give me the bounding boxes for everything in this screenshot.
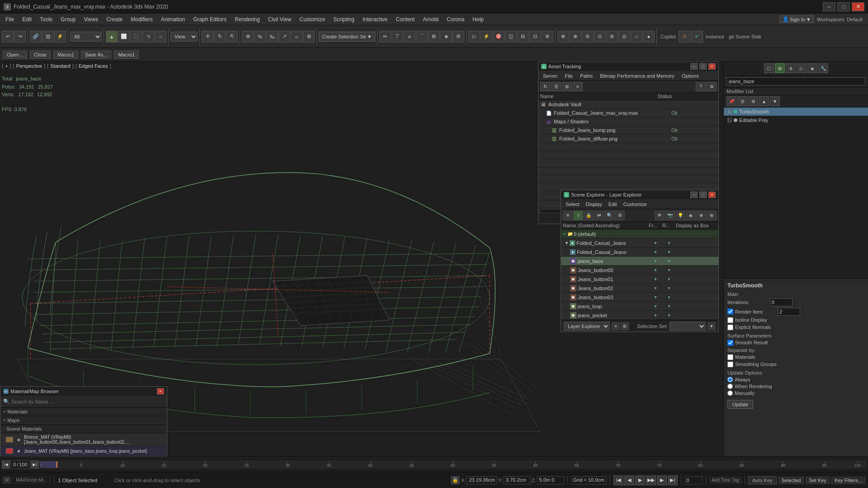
obj-tools-1[interactable]: ◫ bbox=[505, 31, 517, 42]
at-refresh[interactable]: ↻ bbox=[540, 82, 550, 91]
se-menu-edit[interactable]: Edit bbox=[606, 201, 620, 207]
menu-rendering[interactable]: Rendering bbox=[231, 14, 263, 24]
iterations-input[interactable] bbox=[770, 298, 793, 306]
asset-row-maxfile[interactable]: 📄 Folded_Casual_Jeans_max_vray.max Ok bbox=[538, 109, 718, 117]
status-lock-btn[interactable]: 🔒 bbox=[451, 476, 459, 484]
x-value[interactable]: 23.19.36cm bbox=[467, 476, 497, 484]
snap-3d[interactable]: ‰ bbox=[266, 31, 278, 42]
se-row-folded-parent[interactable]: ▼ ▲ Folded_Casual_Jeans ▼ ▼ bbox=[561, 239, 718, 248]
at-list[interactable]: ☰ bbox=[551, 82, 561, 91]
frame-input[interactable] bbox=[684, 476, 703, 484]
tool-b[interactable]: ⊗ bbox=[570, 31, 581, 42]
add-time-tag-btn[interactable]: Add Time Tag bbox=[709, 477, 741, 483]
create-tab[interactable]: ⬡ bbox=[764, 63, 774, 73]
obj-tools-3[interactable]: ⊡ bbox=[529, 31, 541, 42]
timeline-next-btn[interactable]: ▶| bbox=[31, 460, 39, 469]
lasso-select[interactable]: ∿ bbox=[142, 31, 154, 42]
rect-select[interactable]: ⬜ bbox=[118, 31, 130, 42]
quick-render[interactable]: ⚡ bbox=[481, 31, 492, 42]
se-row-button03[interactable]: ▣ Jeans_button03 ▼ ▼ bbox=[561, 293, 718, 302]
se-filter-btn[interactable]: ✕ bbox=[563, 211, 573, 221]
se-menu-select[interactable]: Select bbox=[563, 201, 582, 207]
at-info[interactable]: ? bbox=[696, 82, 706, 91]
configure-icon[interactable]: ⚙ bbox=[748, 96, 758, 106]
at-menu-server[interactable]: Server bbox=[540, 73, 560, 79]
folded-parent-expand[interactable]: ▼ bbox=[565, 241, 569, 245]
key-filters-button[interactable]: Key Filters... bbox=[831, 477, 865, 484]
go-to-start[interactable]: |◀ bbox=[613, 475, 623, 485]
percent-snap[interactable]: ⍾ bbox=[291, 31, 302, 42]
se-row-jeans-baze[interactable]: ▣ jeans_baze ▼ ▼ bbox=[561, 257, 718, 266]
menu-tools[interactable]: Tools bbox=[36, 14, 56, 24]
prev-frame[interactable]: ◀ bbox=[624, 475, 634, 485]
create-selection-button[interactable]: Create Selection Se ▼ bbox=[319, 32, 375, 42]
up-icon[interactable]: ▲ bbox=[759, 96, 769, 106]
always-radio[interactable] bbox=[727, 377, 733, 382]
menu-scripting[interactable]: Scripting bbox=[330, 14, 358, 24]
se-row-button02[interactable]: ▣ Jeans_button02 ▼ ▼ bbox=[561, 284, 718, 293]
close-button[interactable]: ✕ bbox=[852, 2, 864, 11]
obj-tools-2[interactable]: ⊟ bbox=[517, 31, 529, 42]
expand-btn[interactable]: ▷ bbox=[727, 109, 732, 114]
paint-select[interactable]: ○ bbox=[155, 31, 166, 42]
se-footer-icon-2[interactable]: ⊞ bbox=[621, 322, 629, 330]
menu-views[interactable]: Views bbox=[80, 14, 102, 24]
se-lock-btn[interactable]: 🔒 bbox=[584, 211, 594, 221]
material-editor[interactable]: ◈ bbox=[440, 31, 452, 42]
se-shape-btn[interactable]: ◈ bbox=[686, 211, 696, 221]
se-row-button01[interactable]: ▣ Jeans_button01 ▼ ▼ bbox=[561, 275, 718, 284]
tool-c[interactable]: ⊘ bbox=[582, 31, 594, 42]
hierarchy-tab[interactable]: ⋔ bbox=[786, 63, 796, 73]
modifier-item-turbosmooth[interactable]: ▷ TurboSmooth bbox=[724, 108, 868, 116]
asset-tracking-close[interactable]: ✕ bbox=[708, 63, 716, 70]
timeline-ruler[interactable]: 0 5 10 15 20 25 30 35 40 45 50 55 60 65 … bbox=[40, 461, 866, 468]
tool-g[interactable]: ○ bbox=[631, 31, 642, 42]
at-settings[interactable]: ⚙ bbox=[707, 82, 717, 91]
close-macro-button[interactable]: Close bbox=[30, 51, 51, 59]
at-menu-file[interactable]: File bbox=[562, 73, 576, 79]
se-row-folded-child[interactable]: ▲ Folded_Casual_Jeans ▼ ▼ bbox=[561, 248, 718, 257]
render-iters-check[interactable] bbox=[727, 309, 733, 314]
macro1b-button[interactable]: Macro1 bbox=[114, 51, 139, 59]
view-dropdown[interactable]: View bbox=[170, 32, 198, 42]
render-iters-input[interactable] bbox=[778, 308, 800, 316]
render-frame[interactable]: ▷ bbox=[468, 31, 480, 42]
menu-edit[interactable]: Edit bbox=[19, 14, 35, 24]
smoothing-groups-check[interactable] bbox=[727, 361, 733, 367]
list-icon[interactable]: ☰ bbox=[737, 96, 747, 106]
at-menu-paths[interactable]: Paths bbox=[577, 73, 595, 79]
modifier-name-input[interactable] bbox=[726, 77, 865, 85]
scene-explorer-maximize[interactable]: □ bbox=[699, 192, 707, 198]
smooth-result-check[interactable] bbox=[727, 340, 733, 346]
manually-radio[interactable] bbox=[727, 390, 733, 396]
scene-explorer-minimize[interactable]: ─ bbox=[690, 192, 698, 198]
z-value[interactable]: 5.0m 0 bbox=[537, 476, 564, 484]
select-rotate-button[interactable]: ↻ bbox=[214, 31, 226, 42]
fence-select[interactable]: ⬛ bbox=[130, 31, 142, 42]
asset-row-maps[interactable]: 🗂 Maps / Shaders bbox=[538, 117, 718, 126]
sign-in-button[interactable]: 👤 Sign In ▼ bbox=[779, 15, 814, 23]
se-footer-icon-3[interactable]: ▼ bbox=[708, 322, 716, 330]
play-selected[interactable]: ▶▶ bbox=[646, 475, 656, 485]
menu-help[interactable]: Help bbox=[469, 14, 487, 24]
se-row-default-layer[interactable]: ✔ 📁 0 (default) bbox=[561, 230, 718, 239]
scene-explorer-close[interactable]: ✕ bbox=[708, 192, 716, 198]
se-menu-customize[interactable]: Customize bbox=[621, 201, 650, 207]
update-button[interactable]: Update bbox=[727, 400, 753, 409]
mat-browser-close[interactable]: ✕ bbox=[157, 388, 164, 394]
maxscript-btn[interactable]: M bbox=[3, 477, 11, 483]
menu-content[interactable]: Content bbox=[392, 14, 418, 24]
search-input[interactable] bbox=[11, 399, 164, 404]
mat-item-bronze[interactable]: ◈ Bronze_MAT (VRayMtl) [Jeans_button00,J… bbox=[0, 433, 167, 446]
down-icon[interactable]: ▼ bbox=[770, 96, 780, 106]
se-menu-display[interactable]: Display bbox=[583, 201, 605, 207]
spinner-snap[interactable]: ⊞ bbox=[303, 31, 315, 42]
menu-corona[interactable]: Corona bbox=[443, 14, 468, 24]
tool-e[interactable]: ⊚ bbox=[606, 31, 618, 42]
minimize-button[interactable]: ─ bbox=[823, 2, 835, 11]
redo-button[interactable]: ↪ bbox=[14, 31, 26, 42]
se-row-button00[interactable]: ▣ Jeans_button00 ▼ ▼ bbox=[561, 266, 718, 275]
layer-manager[interactable]: ≡ bbox=[404, 31, 415, 42]
timeline-prev-btn[interactable]: |◀ bbox=[2, 460, 10, 469]
menu-graph-editors[interactable]: Graph Editors bbox=[189, 14, 230, 24]
